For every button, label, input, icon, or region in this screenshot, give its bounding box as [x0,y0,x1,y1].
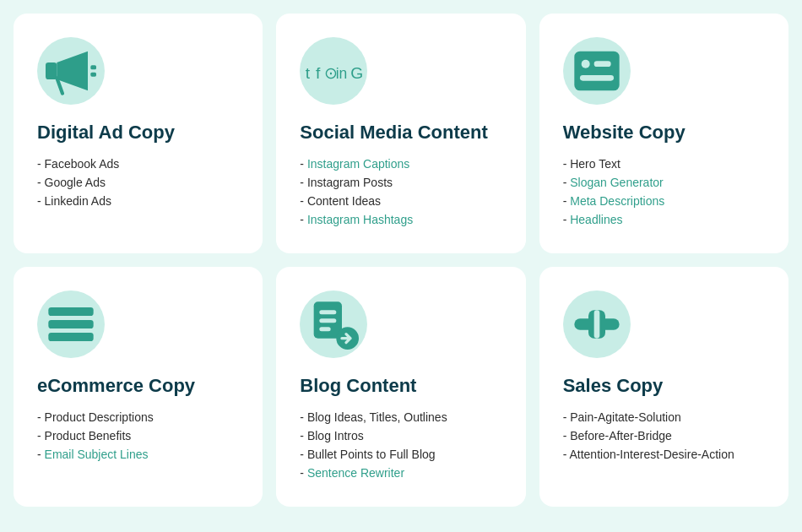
card-website-copy: Website CopyHero TextSlogan GeneratorMet… [539,14,788,253]
card-title-digital-ad-copy: Digital Ad Copy [37,122,239,144]
link-instagram-hashtags[interactable]: Instagram Hashtags [307,213,413,226]
svg-text:t: t [306,64,311,82]
cards-grid: Digital Ad CopyFacebook AdsGoogle AdsLin… [14,14,788,507]
card-title-blog-content: Blog Content [300,375,501,397]
svg-rect-10 [593,61,610,67]
svg-text:G: G [350,64,363,82]
list-item: Linkedin Ads [37,194,239,208]
social-icon-circle: t f ⊙ in G [300,37,367,105]
list-item: Product Descriptions [37,410,239,424]
list-item: Content Ideas [300,194,501,208]
link-meta-descriptions[interactable]: Meta Descriptions [570,194,664,208]
svg-rect-13 [48,320,93,328]
list-item[interactable]: Email Subject Lines [37,448,239,461]
card-ecommerce-copy: eCommerce CopyProduct DescriptionsProduc… [14,267,263,507]
card-items-social-media-content: Instagram CaptionsInstagram PostsContent… [300,157,501,226]
sales-icon-circle [563,290,631,358]
blog-icon-circle [300,290,367,358]
list-item: Blog Ideas, Titles, Outlines [300,410,501,424]
megaphone-icon-circle [37,37,105,105]
ecommerce-icon-circle [37,290,105,358]
link-email-subject-lines[interactable]: Email Subject Lines [45,448,149,461]
card-title-ecommerce-copy: eCommerce Copy [37,375,239,397]
list-item[interactable]: Instagram Captions [300,157,501,171]
svg-rect-22 [593,310,599,338]
svg-rect-2 [90,73,96,77]
list-item: Google Ads [37,176,239,189]
card-digital-ad-copy: Digital Ad CopyFacebook AdsGoogle AdsLin… [14,14,263,253]
card-title-sales-copy: Sales Copy [563,375,765,397]
card-blog-content: Blog ContentBlog Ideas, Titles, Outlines… [276,267,525,507]
card-title-website-copy: Website Copy [563,122,765,144]
list-item: Hero Text [563,157,765,171]
card-social-media-content: t f ⊙ in G Social Media ContentInstagram… [276,14,525,253]
link-slogan-generator[interactable]: Slogan Generator [570,176,664,189]
list-item: Facebook Ads [37,157,239,171]
list-item: Product Benefits [37,429,239,442]
card-items-sales-copy: Pain-Agitate-SolutionBefore-After-Bridge… [563,410,765,461]
list-item: Before-After-Bridge [563,429,765,442]
list-item[interactable]: Instagram Hashtags [300,213,501,226]
card-title-social-media-content: Social Media Content [300,122,501,144]
svg-rect-17 [320,318,337,323]
svg-text:f: f [316,64,321,82]
list-item[interactable]: Meta Descriptions [563,194,765,208]
svg-rect-14 [48,333,93,341]
svg-rect-16 [320,310,337,314]
card-items-website-copy: Hero TextSlogan GeneratorMeta Descriptio… [563,157,765,226]
link-instagram-captions[interactable]: Instagram Captions [307,157,409,171]
card-sales-copy: Sales CopyPain-Agitate-SolutionBefore-Af… [539,267,788,507]
list-item[interactable]: Slogan Generator [563,176,765,189]
list-item: Attention-Interest-Desire-Action [563,448,765,461]
link-headlines[interactable]: Headlines [570,213,622,226]
svg-point-9 [581,60,589,68]
list-item: Bullet Points to Full Blog [300,448,501,461]
svg-rect-1 [90,65,96,69]
svg-rect-11 [580,75,614,81]
list-item[interactable]: Headlines [563,213,765,226]
svg-rect-12 [48,307,93,316]
svg-rect-18 [320,327,331,331]
svg-rect-0 [46,62,57,79]
list-item: Pain-Agitate-Solution [563,410,765,424]
website-icon-circle [563,37,631,105]
card-items-digital-ad-copy: Facebook AdsGoogle AdsLinkedin Ads [37,157,239,208]
list-item[interactable]: Sentence Rewriter [300,466,501,480]
list-item: Blog Intros [300,429,501,442]
link-sentence-rewriter[interactable]: Sentence Rewriter [307,466,404,480]
svg-text:in: in [336,65,348,82]
card-items-blog-content: Blog Ideas, Titles, OutlinesBlog IntrosB… [300,410,501,480]
svg-rect-8 [574,52,619,91]
card-items-ecommerce-copy: Product DescriptionsProduct BenefitsEmai… [37,410,239,461]
list-item: Instagram Posts [300,176,501,189]
